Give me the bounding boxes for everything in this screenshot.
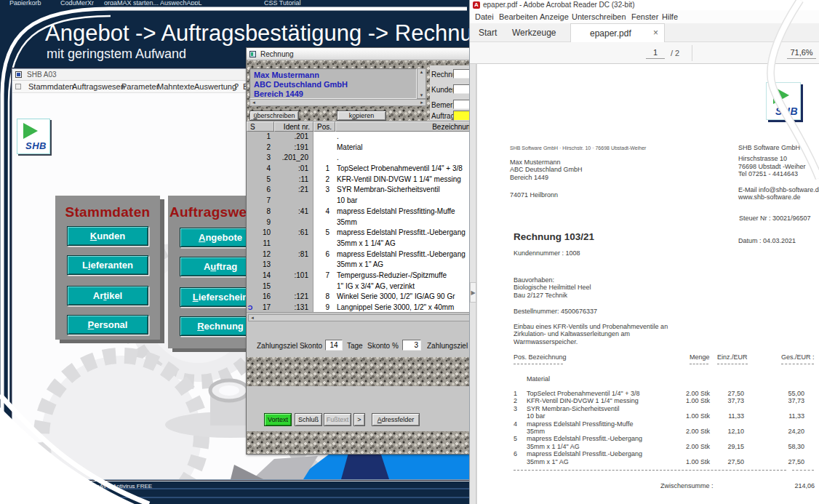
document-area: ▶ SHB SHB Software GmbH · Hirschstr. 10 … [470, 64, 819, 504]
acrobat-window-title: epaper.pdf - Adobe Acrobat Reader DC (32… [483, 1, 634, 9]
menu-datei[interactable]: Datei [475, 12, 494, 21]
acrobat-titlebar[interactable]: A epaper.pdf - Adobe Acrobat Reader DC (… [470, 0, 819, 10]
desktop-icon-label[interactable]: AVG Antivirus FREE [93, 483, 159, 489]
next-button[interactable]: > [353, 413, 365, 426]
customer-address-box[interactable]: Max Mustermann ABC Deutschland GmbH Bere… [249, 68, 417, 99]
lieferanten-button[interactable]: Lieferanten [67, 255, 148, 275]
menu-unterschreiben[interactable]: Unterschreiben [572, 12, 626, 21]
customer-name: Max Mustermann [254, 71, 412, 80]
shb-logo-triangle-icon [22, 123, 39, 139]
skonto-pct-input[interactable]: 3 [402, 340, 421, 351]
menu-parameter[interactable]: Parameter [121, 82, 159, 91]
table-rows[interactable]: 1.201. 2:191Material 3.201_20. 4:011TopS… [247, 132, 478, 313]
tab-werkzeuge[interactable]: Werkzeuge [512, 28, 556, 38]
table-hscrollbar[interactable]: ◄ [248, 314, 476, 321]
table-row[interactable]: 1135mm x 1 1/4" AG [247, 239, 478, 249]
scroll-down-icon[interactable]: ▼ [420, 93, 424, 97]
skonto-tage-input[interactable]: 14 [325, 340, 343, 351]
col-header-ident[interactable]: Ident nr. [274, 121, 313, 132]
shb-window-title: SHB A03 [27, 71, 57, 79]
menu-mahntexte[interactable]: Mahntexte [157, 82, 194, 91]
col-header-s[interactable]: S [247, 121, 274, 132]
scroll-left-icon[interactable]: ◄ [250, 316, 255, 320]
desktop-icon-label[interactable]: CSS Tutorial [264, 0, 301, 5]
menu-grip-icon [15, 84, 21, 89]
customer-hscrollbar[interactable]: ◄► [249, 99, 426, 106]
col-header-pos[interactable]: Pos. [313, 121, 335, 132]
menu-stammdaten[interactable]: Stammdaten [28, 82, 73, 91]
customer-vscrollbar[interactable]: ▲▼ [417, 68, 426, 99]
schluss-button[interactable]: Schluß [295, 413, 322, 426]
stammdaten-panel: Stammdaten Kunden Lieferanten Artikel Pe… [55, 196, 160, 340]
desktop-stripe [0, 497, 469, 498]
desktop-icon-label[interactable]: orgaMAX starten... [104, 0, 159, 5]
table-row[interactable]: 935mm [247, 217, 478, 228]
pdf-col-einz: Einz./EUR [717, 353, 748, 361]
dialog-icon [249, 51, 256, 57]
menu-auswertung[interactable]: Auswertung [194, 82, 236, 91]
pdf-customer-number: Kundennummer : 1008 [514, 249, 580, 257]
pdf-company-block: SHB Software GmbH Hirschstrasse 1076698 … [738, 144, 805, 178]
table-row[interactable]: 2:191Material [247, 143, 478, 153]
menu-fenster[interactable]: Fenster [631, 12, 658, 21]
table-row[interactable]: 6:213SYR Membran-Sicherheitsventil [247, 185, 478, 196]
table-row[interactable]: 5:112KFR-Ventil DIN-DVGW 1 1/4" messing [247, 175, 478, 185]
acrobat-toolbar: ☆ 1 / 2 ⊖ ⊕ 71,6% [470, 42, 819, 64]
adressfelder-button[interactable]: Adressfelder [372, 413, 420, 426]
ueberschreiben-button[interactable]: überschreiben [249, 111, 299, 121]
table-row[interactable]: 4:011TopSelect Probenahmeventil 1/4" + 3… [247, 164, 478, 175]
personal-button[interactable]: Personal [67, 315, 148, 335]
pdf-item-row: 1TopSelect Probenahmeventil 1/4" + 3/82.… [514, 390, 804, 397]
menu-bearbeiten[interactable]: Bearbeiten [499, 12, 538, 21]
scroll-up-icon[interactable]: ▲ [420, 70, 424, 74]
desktop-icon-label[interactable]: CoduMerXr [60, 0, 94, 5]
table-row[interactable]: 12:816mapress Edelstahl Pressfitt.-Ueber… [247, 249, 478, 260]
acrobat-app-icon: A [473, 1, 480, 9]
pdf-logo-triangle-icon [772, 87, 791, 104]
table-bottom-rule [792, 470, 814, 471]
vortext-button[interactable]: Vortext [264, 413, 292, 426]
menu-hilfe[interactable]: Hilfe [662, 12, 678, 21]
zahlungsziel-skonto-label: Zahlungsziel Skonto [257, 342, 322, 350]
table-row[interactable]: 8:414mapress Edelstahl Pressfitting-Muff… [247, 207, 478, 217]
pdf-invoice-title: Rechnung 103/21 [514, 231, 594, 242]
desktop-icon-text: Book 1.1 [67, 489, 90, 496]
pdf-col-ges: Ges./EUR : [781, 353, 819, 361]
fusstext-button[interactable]: Fußtext [324, 413, 351, 426]
customer-company: ABC Deutschland GmbH [254, 80, 412, 89]
desktop-icon-label[interactable]: AuswechAppL [160, 0, 202, 5]
table-row[interactable]: 710 bar [247, 196, 478, 207]
pdf-recipient-city: 74071 Heilbronn [510, 191, 558, 199]
table-row[interactable]: 1335mm x 1" AG [247, 260, 478, 271]
table-row[interactable]: 1.201. [247, 132, 478, 143]
tab-close-icon[interactable]: × [653, 28, 658, 38]
header-underline [717, 364, 748, 364]
kunden-button[interactable]: Kunden [67, 226, 148, 246]
menu-auftragswesen[interactable]: Auftragswesen [72, 82, 125, 91]
scroll-left-icon[interactable]: ◄ [252, 100, 256, 105]
artikel-button[interactable]: Artikel [67, 286, 148, 305]
table-row[interactable]: 3.201_20. [247, 153, 478, 164]
tab-epaper-active[interactable]: epaper.pdf × [570, 23, 665, 42]
menu-help[interactable]: ? [234, 82, 239, 91]
col-header-bezeichnung[interactable]: Bezeichnung [335, 121, 478, 132]
dialog-titlebar[interactable]: Rechnung [247, 48, 476, 60]
scroll-right-icon[interactable]: ► [420, 100, 424, 105]
pdf-date: Datum : 04.03.2021 [738, 237, 796, 244]
table-row[interactable]: 10:615mapress Edelstahl Pressfitt.-Ueber… [247, 228, 478, 239]
pdf-project-block: Bauvorhaben:Biologische Heilmittel HeelB… [514, 276, 591, 299]
table-row[interactable]: 14:1017Temperguss-Reduzier-/Spitzmuffe [247, 271, 478, 281]
dialog-title: Rechnung [260, 50, 294, 58]
table-row[interactable]: 151" IG x 3/4" AG, verzinkt [247, 281, 478, 292]
tab-start[interactable]: Start [479, 28, 497, 38]
nav-pane-toggle[interactable]: ▶ [470, 282, 476, 303]
pdf-logo-text: SHB [775, 105, 798, 117]
page-number-input[interactable]: 1 [646, 47, 665, 59]
menu-anzeige[interactable]: Anzeige [540, 12, 569, 21]
kopieren-button[interactable]: kopieren [337, 111, 386, 121]
zoom-level-select[interactable]: 71,6% [787, 47, 816, 59]
pdf-contact-block: E-Mail info@shb-software.dewww.shb-softw… [738, 186, 819, 201]
tage-label: Tage [347, 342, 363, 350]
table-row[interactable]: 16:1218Winkel Serie 3000, 1/2" IG/AG 90 … [247, 292, 478, 303]
desktop-icon-label[interactable]: Papierkorb [9, 0, 41, 5]
